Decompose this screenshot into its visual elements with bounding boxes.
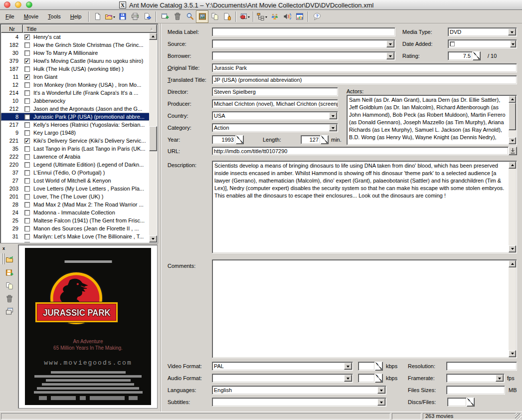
- movie-checkbox[interactable]: [24, 90, 30, 96]
- movie-row[interactable]: 31Marilyn: Let's Make Love (The Billiona…: [1, 232, 150, 240]
- year-input[interactable]: 1993: [212, 135, 236, 144]
- length-input[interactable]: 127: [301, 135, 321, 144]
- movie-row[interactable]: 379✓Howl's Moving Castle (Hauru no ugoku…: [1, 57, 150, 65]
- picture-button[interactable]: [196, 10, 208, 23]
- dropdown-button[interactable]: [496, 375, 504, 382]
- movie-row[interactable]: 25Maltese Falcon (1941) (The Gent from F…: [1, 216, 150, 224]
- country-combobox[interactable]: USA: [212, 111, 338, 120]
- movie-checkbox[interactable]: [24, 66, 30, 72]
- original-title-input[interactable]: Jurassic Park: [212, 63, 517, 72]
- movie-row[interactable]: 37L'Ennui (Tédio, O (Portugal) ): [1, 169, 150, 177]
- audio-format-combobox[interactable]: [212, 374, 353, 383]
- movie-checkbox[interactable]: [24, 82, 30, 88]
- video-bitrate-input[interactable]: [358, 362, 375, 371]
- movie-checkbox[interactable]: [24, 122, 30, 128]
- movie-row[interactable]: 30How To Marry A Millionaire: [1, 49, 150, 57]
- paste-button[interactable]: [221, 10, 233, 23]
- export-page-button[interactable]: [141, 10, 154, 23]
- media-type-combobox[interactable]: DVD: [448, 27, 517, 36]
- scrollbar-thumb[interactable]: [149, 126, 157, 151]
- sound-button[interactable]: [281, 10, 293, 23]
- movie-row[interactable]: 214It's a Wonderful Life (Frank Capra's …: [1, 89, 150, 97]
- movie-checkbox[interactable]: [24, 202, 30, 208]
- description-memo[interactable]: Scientists develop a means of bringing d…: [212, 161, 517, 253]
- movie-row[interactable]: 29Manon des Sources (Jean de Florette II…: [1, 224, 150, 232]
- scroll-down-button[interactable]: [509, 350, 516, 357]
- video-bitrate-spinner[interactable]: [375, 362, 383, 371]
- movie-row[interactable]: 222Lawrence of Arabia: [1, 153, 150, 161]
- actors-scrollbar[interactable]: [509, 96, 516, 144]
- dropdown-button[interactable]: [386, 52, 394, 59]
- date-added-combobox[interactable]: [448, 39, 517, 48]
- movie-row[interactable]: 11✓Iron Giant: [1, 73, 150, 81]
- movie-checkbox[interactable]: [24, 114, 30, 120]
- menu-file[interactable]: File: [1, 11, 19, 21]
- movie-row[interactable]: 217Kelly's Heroes (Ratnici (Yugoslavia: …: [1, 121, 150, 129]
- dropdown-button[interactable]: [344, 375, 352, 382]
- minimize-button[interactable]: [15, 1, 21, 8]
- date-added-checkbox[interactable]: [450, 41, 455, 46]
- picture-delete-button[interactable]: [4, 293, 14, 304]
- scroll-up-button[interactable]: [509, 162, 516, 169]
- find-button[interactable]: [183, 10, 196, 23]
- help-button[interactable]: ?: [311, 10, 323, 23]
- movie-checkbox[interactable]: [24, 106, 30, 112]
- picture-pane-close-button[interactable]: x: [1, 246, 6, 251]
- audio-bitrate-spinner[interactable]: [375, 374, 383, 383]
- open-file-button[interactable]: [104, 10, 116, 23]
- picture-open-button[interactable]: [4, 254, 14, 264]
- source-combobox[interactable]: [212, 39, 395, 48]
- borrower-combobox[interactable]: [212, 51, 395, 60]
- length-spinner[interactable]: [321, 135, 329, 144]
- dropdown-button[interactable]: [386, 40, 394, 47]
- movie-row[interactable]: 8Jurassic Park (JP (USA) (promotional ab…: [1, 113, 150, 121]
- movie-row[interactable]: 203Love Letters (My Love Letters , Passi…: [1, 185, 150, 193]
- column-header-nr[interactable]: Nr: [1, 24, 23, 33]
- new-file-button[interactable]: [91, 10, 104, 23]
- movie-row[interactable]: 220Legend (Ultimate Edition) (Legend of …: [1, 161, 150, 169]
- scrollbar-thumb[interactable]: [509, 103, 516, 130]
- movie-row[interactable]: 12Iron Monkey (Iron Monkey (USA) , Iron …: [1, 81, 150, 89]
- movie-checkbox[interactable]: ✓: [24, 34, 30, 40]
- picture-copy-button[interactable]: [4, 280, 14, 291]
- movie-checkbox[interactable]: ✓: [24, 138, 30, 144]
- movie-row[interactable]: [1, 240, 150, 242]
- url-go-button[interactable]: [509, 147, 517, 155]
- resolution-input[interactable]: [446, 362, 517, 371]
- dropdown-button[interactable]: [329, 112, 337, 119]
- import-button[interactable]: [238, 10, 251, 23]
- dropdown-button[interactable]: [377, 387, 385, 394]
- scroll-down-button[interactable]: [509, 137, 516, 144]
- scroll-down-button[interactable]: [509, 245, 516, 252]
- dropdown-button[interactable]: [329, 124, 337, 131]
- producer-input[interactable]: Michael Crichton (novel), Michael Cricht…: [212, 99, 338, 108]
- discs-files-input[interactable]: [447, 398, 467, 407]
- files-sizes-input[interactable]: [446, 386, 505, 395]
- panel-splitter[interactable]: [161, 23, 162, 412]
- rating-spinner[interactable]: [473, 51, 481, 60]
- director-input[interactable]: Steven Spielberg: [212, 87, 338, 96]
- scroll-up-button[interactable]: [509, 96, 516, 103]
- framerate-combobox[interactable]: [446, 374, 505, 383]
- movie-checkbox[interactable]: [24, 186, 30, 192]
- movie-list-scrollbar[interactable]: [149, 33, 157, 242]
- scroll-up-button[interactable]: [149, 33, 157, 40]
- picture-window-button[interactable]: [4, 306, 14, 316]
- save-file-button[interactable]: [116, 10, 129, 23]
- delete-movie-button[interactable]: [171, 10, 183, 23]
- statistics-button[interactable]: [293, 10, 306, 23]
- close-button[interactable]: [4, 1, 10, 8]
- people-button[interactable]: [268, 10, 281, 23]
- dropdown-button[interactable]: [510, 40, 516, 47]
- movie-checkbox[interactable]: [24, 218, 30, 223]
- languages-combobox[interactable]: English: [212, 386, 386, 395]
- video-format-combobox[interactable]: PAL: [212, 362, 353, 371]
- movie-row[interactable]: 4✓Henry's cat: [1, 33, 150, 41]
- movie-checkbox[interactable]: [24, 146, 30, 152]
- zoom-button[interactable]: [26, 1, 32, 8]
- dropdown-button[interactable]: [508, 28, 516, 35]
- scroll-up-button[interactable]: [509, 260, 516, 267]
- movie-checkbox[interactable]: ✓: [24, 74, 30, 80]
- actors-memo[interactable]: Sam Neill (as Dr. Alan Grant), Laura Der…: [347, 95, 517, 145]
- movie-checkbox[interactable]: [24, 178, 30, 184]
